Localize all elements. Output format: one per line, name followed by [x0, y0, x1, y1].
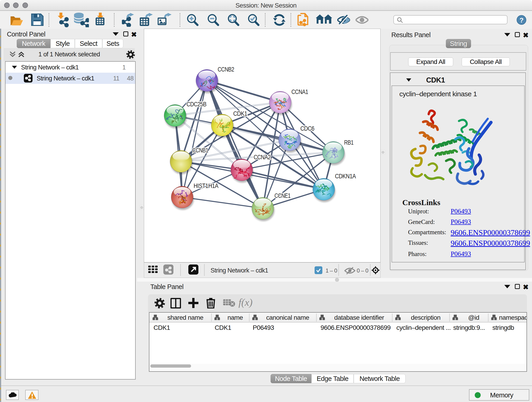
- svg-text:CCNA1: CCNA1: [291, 89, 308, 95]
- svg-text:CCNB1: CCNB1: [192, 147, 208, 154]
- svg-text:CCNA2: CCNA2: [254, 154, 271, 161]
- svg-text:?: ?: [519, 16, 524, 24]
- svg-text:CDC6: CDC6: [300, 125, 314, 132]
- svg-text:CCNE1: CCNE1: [274, 192, 291, 199]
- svg-text:CDK1: CDK1: [233, 110, 247, 117]
- svg-text:CCNB2: CCNB2: [218, 66, 234, 73]
- svg-text:CDC25B: CDC25B: [186, 101, 206, 108]
- svg-text:HIST1H1A: HIST1H1A: [194, 182, 219, 189]
- svg-text:RB1: RB1: [344, 139, 354, 146]
- svg-text:CDKN1A: CDKN1A: [335, 173, 356, 180]
